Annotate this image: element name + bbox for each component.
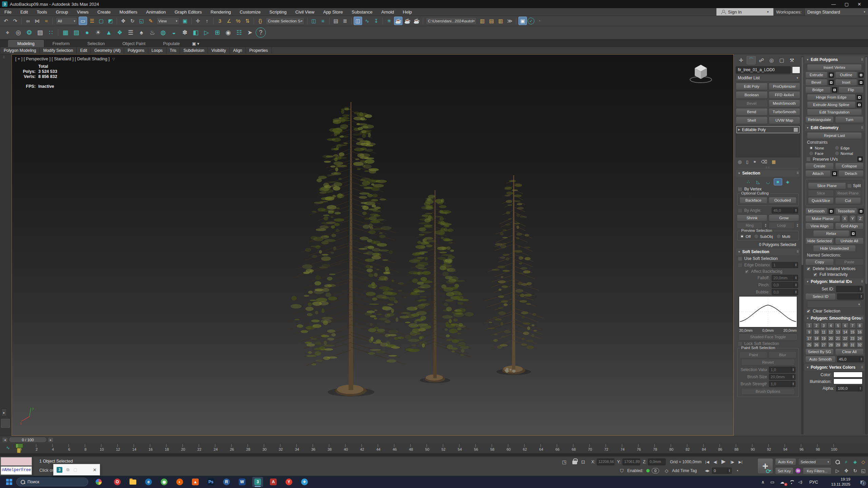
- create-tab[interactable]: ✛: [736, 56, 746, 64]
- ribbon-button-loops[interactable]: Loops: [148, 47, 166, 54]
- field-of-view-icon[interactable]: ▷: [833, 467, 842, 474]
- explorer-icon[interactable]: [127, 477, 138, 487]
- hinge-from-edge-button[interactable]: Hinge From Edge: [807, 94, 855, 101]
- edge-distance-spinner[interactable]: 1▲▼: [772, 262, 798, 268]
- help-icon[interactable]: ?: [256, 27, 266, 38]
- usage-history-icon[interactable]: ◔: [535, 17, 544, 25]
- rollout-header-polygon-material-ids[interactable]: ▼Polygon: Material IDs⠿: [805, 278, 864, 285]
- toggle-ribbon-icon[interactable]: ≣: [341, 17, 349, 25]
- slice-plane-button[interactable]: Slice Plane: [808, 182, 846, 189]
- inset-settings-box-button[interactable]: [859, 80, 864, 85]
- spinner-arrows-icon[interactable]: ▲▼: [791, 367, 795, 372]
- shrink-button[interactable]: Shrink: [737, 215, 767, 221]
- make-planar-button[interactable]: Make Planar: [805, 215, 840, 222]
- view-cube[interactable]: [688, 62, 714, 84]
- remove-modifier-icon[interactable]: ⌫: [761, 159, 767, 164]
- reference-coordinate-system-dropdown[interactable]: View▾: [156, 17, 179, 25]
- menu-arnold[interactable]: Arnold: [377, 9, 398, 15]
- modify-tab[interactable]: ⌒: [747, 56, 756, 64]
- smoothing-group-19[interactable]: 19: [821, 336, 827, 341]
- notifications-icon[interactable]: ▣ 2: [860, 476, 864, 488]
- collapse-button[interactable]: Collapse: [835, 163, 864, 169]
- render-setup-icon[interactable]: ☕: [394, 17, 402, 25]
- menu-file[interactable]: File: [0, 9, 16, 15]
- spinner-snap-icon[interactable]: ⇅: [243, 17, 252, 25]
- go-to-start-button[interactable]: |◀: [704, 459, 711, 465]
- ring-spinner[interactable]: ▲▼: [764, 223, 767, 227]
- backface-button[interactable]: Backface: [739, 197, 767, 204]
- make-planar-z-button[interactable]: Z: [857, 215, 864, 222]
- dock-grip-icon[interactable]: ⠿: [3, 56, 4, 59]
- set-id-spinner[interactable]: ▲▼: [836, 286, 863, 292]
- spinner-arrows-icon[interactable]: ▲▼: [858, 386, 862, 391]
- select-and-move-icon[interactable]: ✥: [119, 17, 127, 25]
- spinner-arrows-icon[interactable]: ▲▼: [791, 374, 795, 380]
- display-tab[interactable]: ▢: [777, 56, 786, 64]
- tray-overflow-icon[interactable]: ∧: [760, 476, 766, 488]
- menu-civil-view[interactable]: Civil View: [291, 9, 319, 15]
- ribbon-button-properties[interactable]: Properties: [246, 47, 272, 54]
- extrude-along-spline-button[interactable]: Extrude Along Spline: [807, 101, 855, 108]
- menu-tools[interactable]: Tools: [32, 9, 51, 15]
- tessellate-settings-box-button[interactable]: [859, 209, 864, 214]
- filter-funnel-icon[interactable]: ▽: [112, 57, 115, 61]
- preview-icon[interactable]: ▷: [201, 27, 212, 38]
- select-id-spinner[interactable]: ▲▼: [837, 293, 864, 300]
- ribbon-button-modify-selection[interactable]: Modify Selection: [40, 47, 77, 54]
- menu-rendering[interactable]: Rendering: [206, 9, 235, 15]
- working-pivot-icon[interactable]: ◎: [13, 27, 23, 38]
- aimp-icon[interactable]: A: [268, 477, 279, 487]
- bridge-settings-box-button[interactable]: [832, 87, 837, 93]
- by-angle-checkbox[interactable]: [738, 208, 742, 213]
- sign-in-button[interactable]: Sign In ▾: [716, 8, 773, 16]
- copy-icon[interactable]: ⧉: [66, 467, 70, 472]
- illumination-swatch[interactable]: [833, 379, 863, 384]
- falloff-spinner[interactable]: 20,0mm▲▼: [772, 275, 798, 281]
- stack-expand-icon[interactable]: ▶: [738, 128, 740, 131]
- use-pivot-point-center-icon[interactable]: ▣: [181, 17, 189, 25]
- smoothing-group-1[interactable]: 1: [806, 323, 812, 328]
- smoothing-group-6[interactable]: 6: [842, 323, 848, 328]
- set-keys-button[interactable]: +: [757, 458, 773, 474]
- photoshop-icon[interactable]: Ps: [205, 477, 216, 487]
- tab-selection[interactable]: Selection: [78, 40, 113, 47]
- media-player-icon[interactable]: ▲: [190, 477, 201, 487]
- screen-clip-icon[interactable]: ▭: [769, 476, 776, 488]
- spinner-arrows-icon[interactable]: ▲▼: [794, 282, 798, 288]
- curve-editor-icon[interactable]: ∿: [363, 17, 371, 25]
- time-configuration-icon[interactable]: ◔: [734, 467, 741, 474]
- smoothing-group-14[interactable]: 14: [842, 329, 848, 335]
- split-checkbox[interactable]: [847, 184, 852, 188]
- edit-named-selection-sets-icon[interactable]: {}: [256, 17, 264, 25]
- material-editor-icon[interactable]: ✳: [385, 17, 393, 25]
- pan-icon[interactable]: ✥: [842, 467, 850, 474]
- uvw-map-button[interactable]: UVW Map: [769, 117, 801, 124]
- make-unique-icon[interactable]: ⚭: [753, 159, 757, 164]
- frame-step-icon[interactable]: ◀▶: [704, 467, 711, 474]
- affect-backfacing-checkbox[interactable]: ✔: [745, 269, 749, 274]
- bevel-settings-box-button[interactable]: [829, 80, 834, 85]
- quickslice-button[interactable]: QuickSlice: [808, 197, 834, 204]
- transform-gizmo-icon[interactable]: ⊡: [580, 459, 587, 465]
- bind-to-space-warp-icon[interactable]: ≈: [42, 17, 51, 25]
- chrome-icon[interactable]: ◉: [159, 477, 170, 487]
- spinner-arrows-icon[interactable]: ▲▼: [859, 357, 863, 362]
- render-production-icon[interactable]: ☕: [412, 17, 421, 25]
- smoothing-group-4[interactable]: 4: [828, 323, 834, 328]
- frame-display[interactable]: 0 / 100: [9, 437, 47, 443]
- firefox-icon[interactable]: ◐: [174, 477, 185, 487]
- object-color-swatch[interactable]: [792, 66, 800, 74]
- multi-radio[interactable]: Multi: [776, 234, 790, 239]
- smoothing-group-25[interactable]: 25: [806, 342, 812, 348]
- polygon-mode-icon[interactable]: ■: [774, 178, 782, 185]
- by-vertex-checkbox[interactable]: [738, 187, 742, 191]
- tab-object-paint[interactable]: Object Paint: [114, 40, 154, 47]
- face-radio[interactable]: Face: [809, 151, 834, 156]
- rollout-header-polygon-vertex-colors[interactable]: ▼Polygon: Vertex Colors⠿: [805, 364, 864, 371]
- ribbon-button-subdivision[interactable]: Subdivision: [180, 47, 208, 54]
- ribbon-overflow-icon[interactable]: ▣ ▾: [192, 41, 199, 47]
- array-tool-icon[interactable]: ∷: [46, 27, 56, 38]
- panel-splitter[interactable]: ⠿⠿: [738, 165, 798, 168]
- previous-key-button[interactable]: ◀|: [712, 459, 719, 465]
- panel-scrollbar-right[interactable]: [865, 56, 868, 434]
